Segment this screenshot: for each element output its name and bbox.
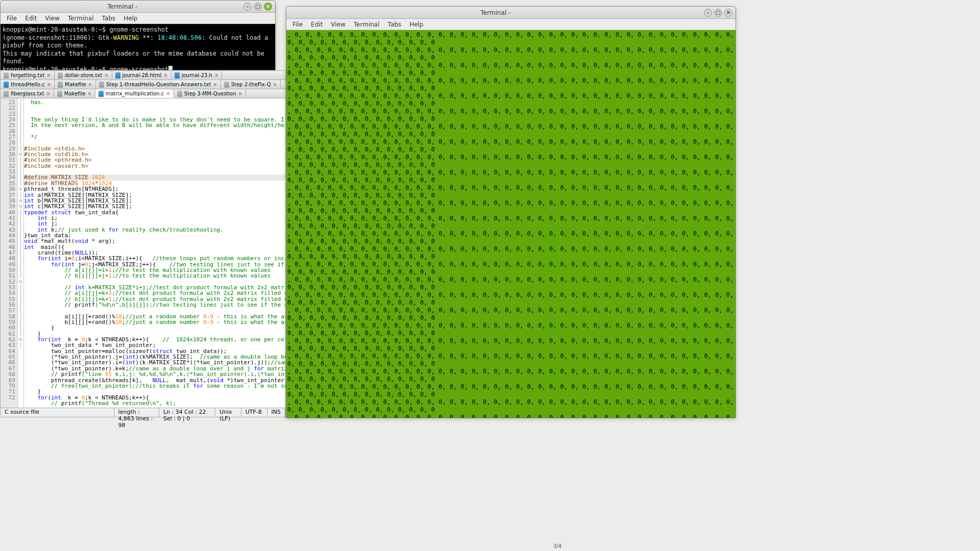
file-icon xyxy=(4,91,9,97)
close-tab-icon[interactable]: × xyxy=(213,82,217,87)
file-icon xyxy=(4,72,9,79)
tab-label: threadHello.c xyxy=(11,82,45,87)
terminal-1-titlebar[interactable]: Terminal - – ▢ × xyxy=(1,1,275,13)
file-icon xyxy=(4,82,9,88)
menu-edit[interactable]: Edit xyxy=(307,20,327,29)
file-icon xyxy=(99,91,104,97)
close-tab-icon[interactable]: × xyxy=(163,72,167,78)
tab-label: journal-28.html xyxy=(122,72,162,78)
status-insert-mode: INS xyxy=(267,408,285,417)
status-encoding: UTF-8 xyxy=(241,408,267,417)
menu-file[interactable]: File xyxy=(288,20,307,29)
menu-help[interactable]: Help xyxy=(405,20,427,29)
menu-tabs[interactable]: Tabs xyxy=(98,14,120,23)
close-tab-icon[interactable]: × xyxy=(46,91,50,96)
close-tab-icon[interactable]: × xyxy=(166,91,170,96)
menu-file[interactable]: File xyxy=(3,14,21,23)
code-content[interactable]: has. The only thing I'd like to do is ma… xyxy=(24,98,285,412)
close-tab-icon[interactable]: × xyxy=(104,72,108,78)
minimize-button[interactable]: – xyxy=(704,9,712,17)
line-number-gutter: 2122232425262728293031323334353637383940… xyxy=(1,98,18,412)
close-tab-icon[interactable]: × xyxy=(214,72,218,78)
code-editor-window: forgetting.txt×dollar-store.txt×journal-… xyxy=(0,70,286,417)
terminal-1-title: Terminal - xyxy=(4,3,241,10)
file-tab[interactable]: Step 1-threadHello-Question-Answers.txt× xyxy=(96,80,221,89)
close-tab-icon[interactable]: × xyxy=(47,82,51,87)
close-tab-icon[interactable]: × xyxy=(87,91,91,96)
tab-label: Step 1-threadHello-Question-Answers.txt xyxy=(106,82,211,87)
tab-row-3: fiberglass.txt×Makefile×matrix_multiplic… xyxy=(1,89,285,98)
status-eol: Unix (LF) xyxy=(215,408,241,417)
file-tab[interactable]: fiberglass.txt× xyxy=(1,89,54,98)
file-icon xyxy=(224,82,229,88)
tab-label: fiberglass.txt xyxy=(11,91,44,96)
tab-label: Step 2-theFix-Q xyxy=(231,82,271,87)
tab-row-2: threadHello.c×Makefile×Step 1-threadHell… xyxy=(1,80,285,89)
terminal-1-body[interactable]: knoppix@mint-20-asustek-0:~$ gnome-scree… xyxy=(1,24,275,70)
terminal-2-body[interactable]: , 0, 0, 0, 0, 0, 0, 0, 0, 0, 0, 0, 0, 0,… xyxy=(286,30,736,418)
page-number: 3/4 xyxy=(553,543,561,549)
terminal-2-menubar: File Edit View Terminal Tabs Help xyxy=(286,19,736,30)
file-icon xyxy=(99,82,104,88)
terminal-1-menubar: File Edit View Terminal Tabs Help xyxy=(1,13,275,24)
tab-label: matrix_multiplication.c xyxy=(106,91,164,96)
menu-view[interactable]: View xyxy=(327,20,349,29)
terminal-2-title: Terminal - xyxy=(289,9,702,16)
fold-column[interactable]: │││││││││⊟│││││⊟│⊟⊟││││││││││││⊟││││││││… xyxy=(18,98,24,412)
file-tab[interactable]: dollar-store.txt× xyxy=(55,71,112,80)
menu-terminal[interactable]: Terminal xyxy=(350,20,384,29)
tab-label: journal-23.h xyxy=(182,72,212,78)
close-button[interactable]: × xyxy=(724,9,732,17)
close-tab-icon[interactable]: × xyxy=(46,72,51,78)
file-tab[interactable]: Makefile× xyxy=(55,80,96,89)
maximize-button[interactable]: ▢ xyxy=(714,9,722,17)
menu-tabs[interactable]: Tabs xyxy=(384,20,406,29)
file-icon xyxy=(175,72,180,79)
code-area[interactable]: 2122232425262728293031323334353637383940… xyxy=(1,98,285,412)
file-icon xyxy=(115,72,120,79)
command: gnome-screenshot xyxy=(110,26,169,33)
close-tab-icon[interactable]: × xyxy=(88,82,92,87)
file-tab[interactable]: journal-28.html× xyxy=(112,71,172,80)
close-tab-icon[interactable]: × xyxy=(273,82,277,87)
file-tab[interactable]: Step 3-MM-Question× xyxy=(174,89,246,98)
file-tab[interactable]: Makefile× xyxy=(54,89,95,98)
file-icon xyxy=(57,91,62,97)
tab-row-1: forgetting.txt×dollar-store.txt×journal-… xyxy=(1,71,285,80)
minimize-button[interactable]: – xyxy=(243,3,252,11)
terminal-1-window: Terminal - – ▢ × File Edit View Terminal… xyxy=(0,0,276,70)
status-position: Ln : 34 Col : 22 Sel : 0 | 0 xyxy=(159,408,215,417)
file-icon xyxy=(58,72,63,79)
status-filetype: C source file xyxy=(1,408,114,417)
file-icon xyxy=(58,82,63,88)
tab-label: forgetting.txt xyxy=(11,72,44,78)
file-tab[interactable]: threadHello.c× xyxy=(1,80,55,89)
file-icon xyxy=(177,91,182,97)
file-tab[interactable]: matrix_multiplication.c× xyxy=(95,89,174,98)
menu-help[interactable]: Help xyxy=(119,14,141,23)
terminal-2-titlebar[interactable]: Terminal - – ▢ × xyxy=(286,7,736,19)
file-tab[interactable]: journal-23.h× xyxy=(172,71,223,80)
maximize-button[interactable]: ▢ xyxy=(254,3,262,11)
tab-label: Makefile xyxy=(64,91,86,96)
prompt: knoppix@mint-20-asustek-0:~$ xyxy=(3,26,110,33)
editor-statusbar: C source file length : 4,863 lines : 98 … xyxy=(1,408,285,417)
status-length: length : 4,863 lines : 98 xyxy=(114,408,159,417)
file-tab[interactable]: forgetting.txt× xyxy=(1,71,55,80)
tab-label: Makefile xyxy=(65,82,86,87)
menu-terminal[interactable]: Terminal xyxy=(64,14,98,23)
file-tab[interactable]: Step 2-theFix-Q× xyxy=(221,80,281,89)
tab-label: dollar-store.txt xyxy=(65,72,102,78)
menu-view[interactable]: View xyxy=(41,14,63,23)
menu-edit[interactable]: Edit xyxy=(21,14,41,23)
close-button[interactable]: × xyxy=(264,3,272,11)
close-tab-icon[interactable]: × xyxy=(238,91,242,96)
tab-label: Step 3-MM-Question xyxy=(184,91,236,96)
terminal-output: This may indicate that pixbuf loaders or… xyxy=(3,50,273,66)
terminal-2-window: Terminal - – ▢ × File Edit View Terminal… xyxy=(286,6,736,418)
